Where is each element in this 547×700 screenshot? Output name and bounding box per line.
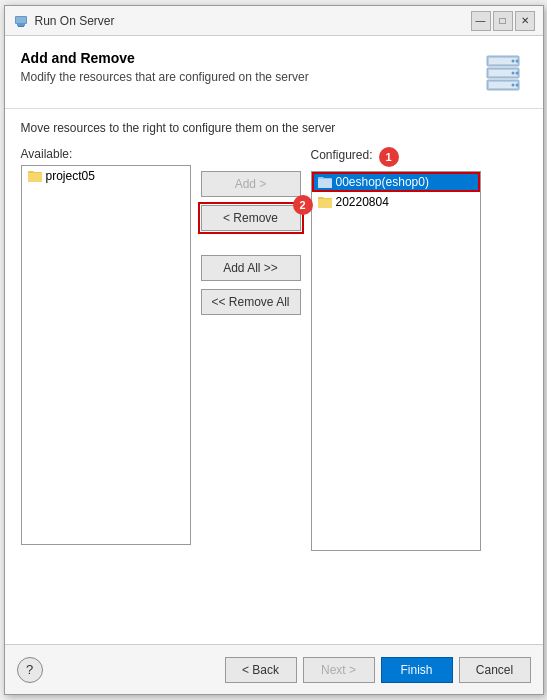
configured-label: Configured:	[311, 148, 373, 162]
run-on-server-window: Run On Server — □ ✕ Add and Remove Modif…	[4, 5, 544, 695]
svg-point-10	[511, 72, 514, 75]
remove-badge: 2	[293, 195, 313, 215]
list-item[interactable]: 20220804	[312, 192, 480, 212]
available-label: Available:	[21, 147, 191, 161]
folder-icon	[28, 170, 42, 182]
page-title: Add and Remove	[21, 50, 309, 66]
svg-rect-2	[17, 24, 25, 26]
available-panel: Available: project05	[21, 147, 191, 632]
header-text: Add and Remove Modify the resources that…	[21, 50, 309, 84]
svg-point-7	[515, 60, 518, 63]
maximize-button[interactable]: □	[493, 11, 513, 31]
main-content: Move resources to the right to configure…	[5, 109, 543, 644]
svg-point-15	[515, 84, 518, 87]
help-button[interactable]: ?	[17, 657, 43, 683]
available-item-label: project05	[46, 169, 95, 183]
footer-right: < Back Next > Finish Cancel	[225, 657, 531, 683]
list-item[interactable]: project05	[22, 166, 190, 186]
configured-panel: Configured: 1 00eshop(eshop0)	[311, 147, 481, 632]
instructions-text: Move resources to the right to configure…	[21, 121, 527, 135]
cancel-button[interactable]: Cancel	[459, 657, 531, 683]
folder-icon	[318, 196, 332, 208]
minimize-button[interactable]: —	[471, 11, 491, 31]
buttons-column: Add > < Remove 2 Add All >> << Remove Al…	[191, 147, 311, 315]
svg-point-11	[515, 72, 518, 75]
titlebar-left: Run On Server	[13, 13, 115, 29]
configured-item-label-1: 20220804	[336, 195, 389, 209]
svg-point-14	[511, 84, 514, 87]
app-icon	[13, 13, 29, 29]
configured-list[interactable]: 00eshop(eshop0) 20220804	[311, 171, 481, 551]
remove-button[interactable]: < Remove	[201, 205, 301, 231]
page-subtitle: Modify the resources that are configured…	[21, 70, 309, 84]
window-title: Run On Server	[35, 14, 115, 28]
header-section: Add and Remove Modify the resources that…	[5, 36, 543, 109]
panels-row: Available: project05 Add > < Remove	[21, 147, 527, 632]
titlebar-controls: — □ ✕	[471, 11, 535, 31]
svg-point-6	[511, 60, 514, 63]
svg-rect-3	[18, 26, 24, 27]
server-icon	[481, 52, 525, 96]
configured-item-label-0: 00eshop(eshop0)	[336, 175, 429, 189]
dialog-footer: ? < Back Next > Finish Cancel	[5, 644, 543, 694]
finish-button[interactable]: Finish	[381, 657, 453, 683]
next-button[interactable]: Next >	[303, 657, 375, 683]
list-item[interactable]: 00eshop(eshop0)	[312, 172, 480, 192]
header-server-icon	[479, 50, 527, 98]
add-button[interactable]: Add >	[201, 171, 301, 197]
folder-icon	[318, 176, 332, 188]
close-button[interactable]: ✕	[515, 11, 535, 31]
footer-left: ?	[17, 657, 43, 683]
add-all-button[interactable]: Add All >>	[201, 255, 301, 281]
svg-rect-1	[16, 17, 26, 23]
available-list[interactable]: project05	[21, 165, 191, 545]
titlebar: Run On Server — □ ✕	[5, 6, 543, 36]
back-button[interactable]: < Back	[225, 657, 297, 683]
configured-badge: 1	[379, 147, 399, 167]
remove-all-button[interactable]: << Remove All	[201, 289, 301, 315]
